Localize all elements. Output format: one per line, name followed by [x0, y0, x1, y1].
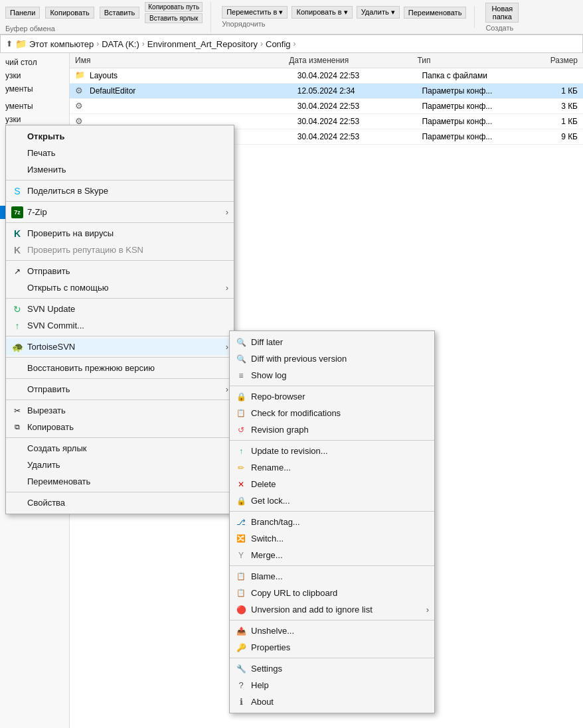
- ctx-help[interactable]: ? Help: [230, 677, 434, 693]
- panels-button[interactable]: Панели: [5, 7, 40, 19]
- col-header-size[interactable]: Размер: [524, 56, 578, 65]
- merge-icon: Y: [235, 549, 247, 561]
- send-icon: ↗: [11, 265, 23, 277]
- sep-8: [6, 378, 234, 379]
- sep-10: [6, 437, 234, 438]
- ctx-difflater[interactable]: 🔍 Diff later: [230, 334, 434, 350]
- ctx-branchtag[interactable]: ⎇ Branch/tag...: [230, 514, 434, 530]
- file-name-layouts: Layouts: [90, 71, 297, 80]
- switch-icon: 🔀: [235, 533, 247, 545]
- ctx-7zip[interactable]: 7z 7-Zip ›: [6, 204, 234, 220]
- checkmod-icon: 📋: [235, 407, 247, 419]
- copy-path-button[interactable]: Копировать путь: [145, 2, 203, 12]
- ctx-updaterev[interactable]: ↑ Update to revision...: [230, 443, 434, 459]
- file-date-5: 30.04.2024 22:53: [297, 132, 422, 141]
- ctx-svnupdate[interactable]: ↻ SVN Update: [6, 301, 234, 317]
- ctx-properties-sub[interactable]: 🔑 Properties: [230, 639, 434, 656]
- ctx-copy[interactable]: ⧉ Копировать: [6, 419, 234, 435]
- ctx-revgraph[interactable]: ↺ Revision graph: [230, 421, 434, 438]
- ctx-properties[interactable]: Свойства: [6, 494, 234, 511]
- sidebar-item-desktop[interactable]: чий стол: [0, 56, 69, 69]
- breadcrumb-part-drive[interactable]: DATA (K:): [102, 39, 139, 49]
- ctx-sub-rename[interactable]: ✏ Rename...: [230, 459, 434, 476]
- ctx-createlink[interactable]: Создать ярлык: [6, 440, 234, 457]
- sub-sep-5: [230, 620, 434, 620]
- ctx-showlog[interactable]: ≡ Show log: [230, 367, 434, 384]
- ctx-unshelve[interactable]: 📤 Unshelve...: [230, 622, 434, 639]
- ctx-cut[interactable]: ✂ Вырезать: [6, 402, 234, 419]
- zip-arrow: ›: [226, 207, 228, 217]
- paste-shortcut-button[interactable]: Вставить ярлык: [145, 13, 203, 23]
- ctx-blame[interactable]: 📋 Blame...: [230, 568, 434, 585]
- breadcrumb-arrow-up[interactable]: ⬆: [6, 39, 13, 48]
- ctx-sendto[interactable]: Отправить ›: [6, 381, 234, 398]
- ctx-open[interactable]: Открыть: [6, 128, 234, 145]
- new-folder-button[interactable]: Новаяпапка: [485, 3, 519, 23]
- ctx-restore[interactable]: Восстановить прежнюю версию: [6, 360, 234, 376]
- ctx-diffprev[interactable]: 🔍 Diff with previous version: [230, 350, 434, 367]
- col-header-date[interactable]: Дата изменения: [289, 56, 417, 65]
- ctx-switch[interactable]: 🔀 Switch...: [230, 530, 434, 547]
- file-row-defaulteditor[interactable]: ⚙ DefaultEditor 12.05.2024 2:34 Параметр…: [70, 84, 583, 99]
- sidebar-item-documents[interactable]: ументы: [0, 82, 69, 96]
- rename-icon: [11, 476, 23, 488]
- ctx-rename[interactable]: Переименовать: [6, 473, 234, 490]
- organize-label: Упорядочить: [222, 20, 265, 28]
- ctx-print[interactable]: Печать: [6, 145, 234, 161]
- file-size-3: 3 КБ: [526, 102, 578, 111]
- file-size-5: 9 КБ: [526, 132, 578, 141]
- clipboard-group: Панели Копировать Вставить Копировать пу…: [5, 2, 211, 33]
- sub-sep-2: [230, 440, 434, 441]
- ctx-getlock[interactable]: 🔒 Get lock...: [230, 492, 434, 509]
- col-header-name[interactable]: Имя: [75, 56, 289, 65]
- ctx-delete[interactable]: Удалить: [6, 457, 234, 473]
- file-row-3[interactable]: ⚙ 30.04.2024 22:53 Параметры конф... 3 К…: [70, 99, 583, 114]
- sidebar-item-documents2[interactable]: ументы: [0, 100, 69, 113]
- ctx-unversion[interactable]: 🔴 Unversion and add to ignore list ›: [230, 601, 434, 618]
- sub-delete-icon: ✕: [235, 478, 247, 490]
- breadcrumb-part-config[interactable]: Config: [266, 39, 291, 49]
- settings-icon: 🔧: [235, 663, 247, 675]
- ctx-sub-delete[interactable]: ✕ Delete: [230, 476, 434, 492]
- sep-7: [6, 357, 234, 358]
- sidebar-item-downloads2[interactable]: узки: [0, 113, 69, 126]
- sub-sep-4: [230, 565, 434, 566]
- file-name-defaulteditor: DefaultEditor: [90, 86, 297, 96]
- delete-icon: [11, 459, 23, 471]
- getlock-icon: 🔒: [235, 495, 247, 507]
- ctx-checkmod[interactable]: 📋 Check for modifications: [230, 405, 434, 421]
- sep-11: [6, 492, 234, 492]
- ctx-skype[interactable]: S Поделиться в Skype: [6, 182, 234, 199]
- ctx-svncommit[interactable]: ↑ SVN Commit...: [6, 317, 234, 334]
- ctx-kaspersky1[interactable]: K Проверить на вирусы: [6, 225, 234, 242]
- ctx-tortoisesvn[interactable]: 🐢 TortoiseSVN ›: [6, 338, 234, 355]
- rename-toolbar-button[interactable]: Переименовать: [404, 7, 467, 19]
- ctx-settings[interactable]: 🔧 Settings: [230, 660, 434, 677]
- file-type-3: Параметры конф...: [422, 102, 525, 111]
- sidebar-item-downloads[interactable]: узки: [0, 69, 69, 82]
- ctx-kaspersky2[interactable]: K Проверить репутацию в KSN: [6, 242, 234, 258]
- ctx-openwith[interactable]: Открыть с помощью ›: [6, 279, 234, 296]
- copy-to-button[interactable]: Копировать в ▾: [292, 6, 352, 19]
- file-row-layouts[interactable]: 📁 Layouts 30.04.2024 22:53 Папка с файла…: [70, 68, 583, 84]
- delete-toolbar-button[interactable]: Удалить ▾: [357, 6, 400, 19]
- col-header-type[interactable]: Тип: [417, 56, 524, 65]
- ctx-edit[interactable]: Изменить: [6, 161, 234, 178]
- breadcrumb-part-computer[interactable]: Этот компьютер: [29, 39, 94, 49]
- ctx-repobrowser[interactable]: 🔒 Repo-browser: [230, 388, 434, 405]
- updaterev-icon: ↑: [235, 445, 247, 457]
- folder-icon: 📁: [75, 70, 86, 81]
- zip-icon: 7z: [11, 206, 23, 218]
- ctx-merge[interactable]: Y Merge...: [230, 547, 434, 563]
- openwith-arrow: ›: [226, 283, 228, 293]
- copy-button[interactable]: Копировать: [45, 7, 94, 19]
- ctx-send[interactable]: ↗ Отправить: [6, 263, 234, 279]
- move-to-button[interactable]: Переместить в ▾: [222, 6, 288, 19]
- kaspersky1-icon: K: [11, 228, 23, 240]
- ctx-copyurl[interactable]: 📋 Copy URL to clipboard: [230, 585, 434, 601]
- breadcrumb[interactable]: ⬆ 📁 Этот компьютер › DATA (K:) › Environ…: [0, 35, 583, 53]
- paste-button[interactable]: Вставить: [100, 7, 140, 19]
- sendto-arrow: ›: [226, 384, 228, 394]
- ctx-about[interactable]: ℹ About: [230, 693, 434, 710]
- breadcrumb-part-repo[interactable]: Environment_Art_Repository: [147, 39, 258, 49]
